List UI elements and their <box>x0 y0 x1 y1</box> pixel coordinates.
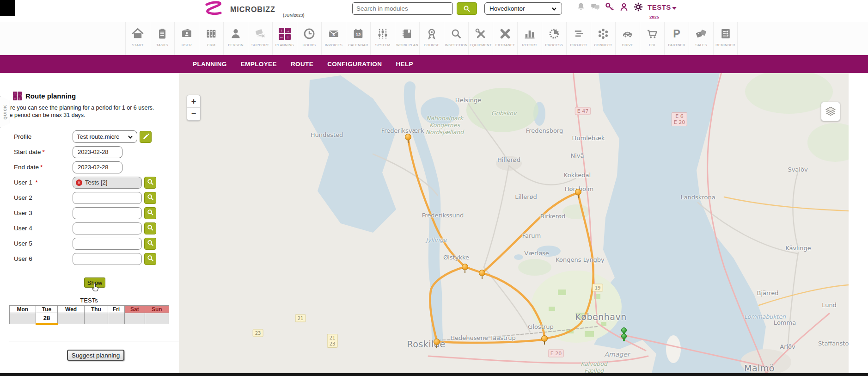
module-connect[interactable]: CONNECT <box>591 22 615 55</box>
user-label-4: User 4 <box>14 225 32 232</box>
module-reminder[interactable]: REMINDER <box>713 22 738 55</box>
map-marker-user-position-1[interactable] <box>621 327 627 333</box>
zoom-out-button[interactable]: − <box>187 108 200 120</box>
menu-item-configuration[interactable]: CONFIGURATION <box>327 61 382 68</box>
zoom-in-button[interactable]: + <box>187 95 200 108</box>
day-cell-fri[interactable] <box>108 313 124 324</box>
search-button[interactable] <box>457 2 477 15</box>
user-input-3[interactable] <box>73 207 142 219</box>
module-start[interactable]: START <box>125 22 150 55</box>
reminder-icon <box>719 26 732 42</box>
clear-user-icon[interactable]: ✕ <box>76 179 82 186</box>
search-user-button-4[interactable] <box>144 222 156 234</box>
end-date-input[interactable] <box>73 161 122 173</box>
module-partner[interactable]: PPARTNER <box>664 22 689 55</box>
map-marker-frederiksvaerk[interactable] <box>405 134 411 140</box>
module-invoices[interactable]: $INVOICES <box>321 22 346 55</box>
module-work-plan[interactable]: WORK PLAN <box>395 22 419 55</box>
home-icon <box>131 26 144 42</box>
day-cell-thu[interactable] <box>85 313 108 324</box>
isefjord-water <box>308 75 396 233</box>
module-calendar[interactable]: 12CALENDAR <box>346 22 370 55</box>
messages-chat-icon[interactable] <box>590 2 600 12</box>
search-icon <box>147 254 154 264</box>
module-label: USER <box>182 43 192 47</box>
module-drive[interactable]: DRIVE <box>615 22 640 55</box>
start-date-input[interactable] <box>73 146 122 158</box>
edit-profile-button[interactable] <box>140 131 152 143</box>
bottom-page-edge <box>0 373 868 376</box>
module-project[interactable]: PROJECT <box>566 22 591 55</box>
day-cell-sat[interactable] <box>125 313 145 324</box>
tasks-icon <box>156 26 169 42</box>
profile-select[interactable]: Test route.micrc <box>73 130 137 143</box>
office-selector[interactable]: Hovedkontor <box>484 2 562 15</box>
module-person[interactable]: PERSON <box>223 22 248 55</box>
logo-text: MICROBIZZ <box>230 6 275 14</box>
module-hours[interactable]: HOURS <box>297 22 321 55</box>
module-crm[interactable]: CRM <box>199 22 223 55</box>
notifications-bell-icon[interactable] <box>576 2 586 12</box>
day-cell-tue[interactable]: 28 <box>36 313 57 324</box>
search-user-button-5[interactable] <box>144 238 156 250</box>
profile-row: Profile Test route.micrc <box>0 129 179 144</box>
module-inspection[interactable]: INSPECTION <box>444 22 468 55</box>
settings-gear-icon[interactable] <box>633 2 643 12</box>
user-input-6[interactable] <box>73 253 142 265</box>
module-extranet[interactable]: EXTRANET <box>493 22 517 55</box>
logo[interactable]: MICROBIZZ <box>203 1 275 17</box>
module-user[interactable]: USER <box>174 22 199 55</box>
module-report[interactable]: REPORT <box>517 22 542 55</box>
day-cell-wed[interactable] <box>58 313 85 324</box>
search-user-button-3[interactable] <box>144 207 156 219</box>
search-input[interactable] <box>352 2 453 15</box>
user-label-6: User 6 <box>14 255 32 262</box>
module-equipment[interactable]: EQUIPMENT <box>468 22 493 55</box>
day-header-wed: Wed <box>58 306 85 313</box>
course-icon <box>425 26 438 42</box>
user-input-2[interactable] <box>73 192 142 204</box>
user-value: Tests [2] <box>85 179 107 186</box>
menu-item-planning[interactable]: PLANNING <box>193 61 227 68</box>
user-input-1[interactable]: ✕Tests [2] <box>73 177 142 189</box>
menu-item-employee[interactable]: EMPLOYEE <box>241 61 277 68</box>
user-input-4[interactable] <box>73 222 142 234</box>
user-input-5[interactable] <box>73 238 142 250</box>
account-id: 2825 <box>649 14 659 19</box>
search-icon <box>147 239 154 248</box>
map-marker-maaloev-east[interactable] <box>479 270 485 276</box>
map-marker-roskilde[interactable] <box>434 339 440 345</box>
map-marker-hoersholm[interactable] <box>575 189 581 195</box>
main-content: QUICK ↑→←↓ Route planning Here you can s… <box>0 73 868 373</box>
menu-item-help[interactable]: HELP <box>396 61 413 68</box>
password-key-icon[interactable] <box>605 2 615 12</box>
quick-drawer-tab[interactable]: QUICK <box>0 96 10 128</box>
module-course[interactable]: COURSE <box>419 22 444 55</box>
module-support[interactable]: SUPPORT <box>248 22 272 55</box>
module-tasks[interactable]: TASKS <box>150 22 174 55</box>
map-zoom-control: + − <box>187 95 201 121</box>
search-user-button-6[interactable] <box>144 253 156 265</box>
search-user-button-2[interactable] <box>144 192 156 204</box>
search-user-button-1[interactable] <box>144 177 156 189</box>
map-marker-glostrup[interactable] <box>541 335 548 342</box>
route-map[interactable]: HelsingeGribskovNationalpark Kongernes N… <box>179 73 849 373</box>
menu-item-route[interactable]: ROUTE <box>291 61 313 68</box>
map-layers-button[interactable] <box>821 102 840 121</box>
module-system[interactable]: SYSTEM <box>370 22 395 55</box>
day-cell-sun[interactable] <box>145 313 169 324</box>
module-planning[interactable]: ↑→←↓PLANNING <box>272 22 297 55</box>
day-cell-mon[interactable] <box>10 313 36 324</box>
show-button[interactable]: Show <box>84 277 105 288</box>
map-marker-maaloev-west[interactable] <box>462 264 468 270</box>
module-process[interactable]: PROCESS <box>542 22 566 55</box>
account-menu[interactable]: TESTS <box>648 3 677 11</box>
calendar-icon: 12 <box>352 26 365 42</box>
module-edi[interactable]: EDI <box>640 22 664 55</box>
page-title: Route planning <box>25 92 76 100</box>
module-toolbar: STARTTASKSUSERCRMPERSONSUPPORT↑→←↓PLANNI… <box>0 22 868 55</box>
profile-person-icon[interactable] <box>619 2 629 12</box>
module-sales[interactable]: SALES <box>689 22 713 55</box>
map-marker-user-position-2[interactable] <box>621 333 627 339</box>
suggest-planning-button[interactable]: Suggest planning <box>67 350 124 361</box>
